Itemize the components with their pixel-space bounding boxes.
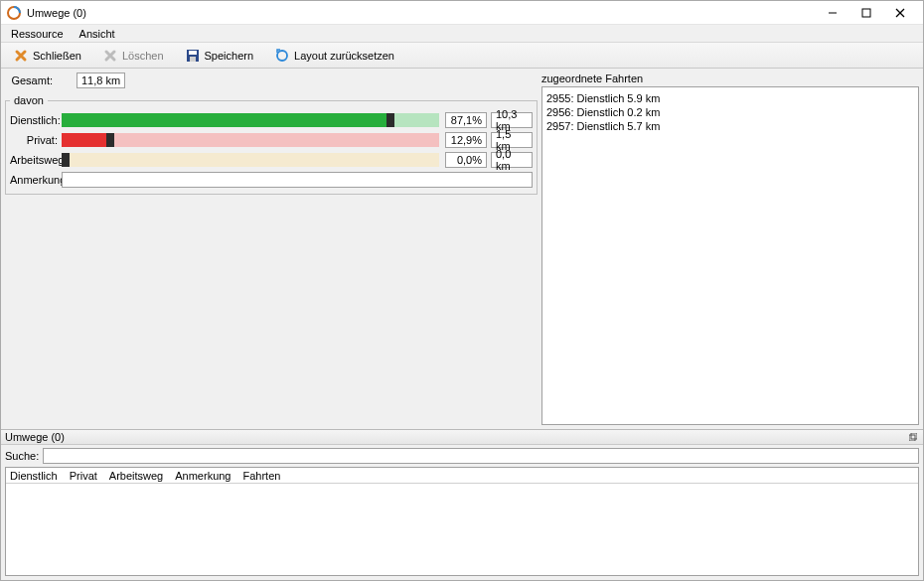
davon-group: davon Dienstlich: 87,1% 10,3 km Privat: <box>5 94 538 195</box>
fahrten-list[interactable]: 2955: Dienstlich 5.9 km 2956: Dienstlich… <box>541 86 919 425</box>
right-pane: zugeordnete Fahrten 2955: Dienstlich 5.9… <box>541 73 919 425</box>
delete-button: Löschen <box>94 45 173 67</box>
close-label: Schließen <box>33 50 81 62</box>
gesamt-label: Gesamt: <box>5 74 57 86</box>
panel-restore-icon[interactable] <box>907 431 919 443</box>
maximize-button[interactable] <box>849 2 883 24</box>
left-pane: Gesamt: 11,8 km davon Dienstlich: 87,1% … <box>5 73 538 425</box>
save-button[interactable]: Speichern <box>177 45 263 67</box>
menubar: Ressource Ansicht <box>1 25 923 43</box>
gesamt-value: 11,8 km <box>77 73 125 88</box>
delete-icon <box>103 49 117 63</box>
bottom-panel-header: Umwege (0) <box>1 429 923 445</box>
reset-layout-button[interactable]: Layout zurücksetzen <box>266 45 403 67</box>
close-icon <box>14 49 28 63</box>
svg-rect-6 <box>189 51 197 55</box>
anmerkung-label: Anmerkung: <box>10 174 62 186</box>
arbeitsweg-label: Arbeitsweg: <box>10 154 62 166</box>
window-title: Umwege (0) <box>27 7 816 19</box>
close-window-button[interactable] <box>883 2 917 24</box>
privat-label: Privat: <box>10 134 62 146</box>
dienstlich-km: 10,3 km <box>491 112 533 128</box>
app-icon <box>7 6 21 20</box>
svg-rect-10 <box>911 433 917 439</box>
dienstlich-bar[interactable] <box>62 113 439 127</box>
search-input[interactable] <box>43 448 919 464</box>
svg-rect-2 <box>862 9 870 17</box>
arbeitsweg-percent: 0,0% <box>445 152 487 168</box>
delete-label: Löschen <box>122 50 164 62</box>
arbeitsweg-bar[interactable] <box>62 153 439 167</box>
column-arbeitsweg[interactable]: Arbeitsweg <box>109 470 163 482</box>
dienstlich-percent: 87,1% <box>445 112 487 128</box>
privat-percent: 12,9% <box>445 132 487 148</box>
list-item[interactable]: 2955: Dienstlich 5.9 km <box>546 91 914 105</box>
save-label: Speichern <box>205 50 254 62</box>
bottom-grid[interactable]: Dienstlich Privat Arbeitsweg Anmerkung F… <box>5 467 919 576</box>
main-area: Gesamt: 11,8 km davon Dienstlich: 87,1% … <box>1 69 923 429</box>
svg-rect-7 <box>190 57 196 62</box>
save-icon <box>186 49 200 63</box>
svg-rect-9 <box>909 435 915 441</box>
list-item[interactable]: 2957: Dienstlich 5.7 km <box>546 119 914 133</box>
fahrten-label: zugeordnete Fahrten <box>541 73 919 86</box>
grid-header: Dienstlich Privat Arbeitsweg Anmerkung F… <box>6 468 918 484</box>
search-row: Suche: <box>1 445 923 467</box>
minimize-button[interactable] <box>816 2 849 24</box>
suche-label: Suche: <box>5 450 39 462</box>
reset-layout-label: Layout zurücksetzen <box>294 50 394 62</box>
arbeitsweg-km: 0,0 km <box>491 152 533 168</box>
column-anmerkung[interactable]: Anmerkung <box>175 470 231 482</box>
menu-ressource[interactable]: Ressource <box>3 27 72 41</box>
close-button[interactable]: Schließen <box>5 45 90 67</box>
titlebar: Umwege (0) <box>1 1 923 25</box>
dienstlich-label: Dienstlich: <box>10 114 62 126</box>
menu-ansicht[interactable]: Ansicht <box>72 27 123 41</box>
anmerkung-input[interactable] <box>62 172 533 188</box>
toolbar: Schließen Löschen Speichern Layout zurüc… <box>1 43 923 69</box>
privat-km: 1,5 km <box>491 132 533 148</box>
davon-legend: davon <box>10 94 48 106</box>
list-item[interactable]: 2956: Dienstlich 0.2 km <box>546 105 914 119</box>
column-dienstlich[interactable]: Dienstlich <box>10 470 58 482</box>
privat-bar[interactable] <box>62 133 439 147</box>
svg-point-8 <box>277 51 287 61</box>
reset-layout-icon <box>275 49 289 63</box>
column-privat[interactable]: Privat <box>70 470 97 482</box>
column-fahrten[interactable]: Fahrten <box>243 470 281 482</box>
bottom-panel-title: Umwege (0) <box>5 431 907 443</box>
